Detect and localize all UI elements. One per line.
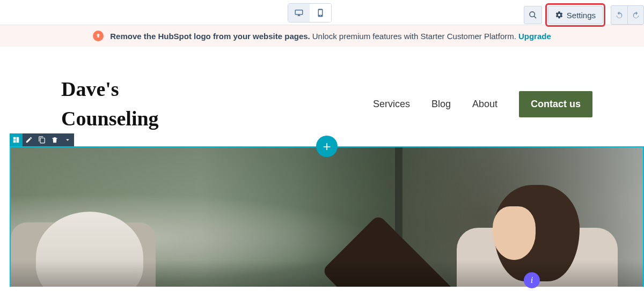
- mobile-icon: [316, 8, 325, 18]
- section-clone-button[interactable]: [35, 133, 48, 146]
- section-edit-button[interactable]: [23, 133, 35, 146]
- mobile-preview-button[interactable]: [310, 4, 331, 22]
- search-icon: [529, 11, 537, 19]
- info-icon: i: [531, 275, 533, 285]
- banner-strong-text: Remove the HubSpot logo from your websit…: [110, 32, 310, 41]
- section-delete-button[interactable]: [48, 133, 61, 146]
- site-title[interactable]: Dave's Counseling: [61, 74, 159, 133]
- nav-contact-button[interactable]: Contact us: [519, 91, 592, 117]
- section-more-button[interactable]: [61, 133, 74, 146]
- pencil-icon: [25, 136, 33, 144]
- hero-bg-window-frame: [395, 147, 402, 287]
- undo-icon: [615, 11, 624, 19]
- search-button[interactable]: [524, 6, 542, 24]
- desktop-preview-button[interactable]: [288, 4, 310, 22]
- site-header: Dave's Counseling Services Blog About Co…: [10, 54, 644, 146]
- gear-icon: [555, 11, 564, 19]
- redo-button[interactable]: [627, 6, 643, 24]
- editor-toolbar: Settings: [0, 0, 644, 25]
- arrow-up-icon: [93, 31, 104, 41]
- nav-blog[interactable]: Blog: [431, 99, 451, 110]
- site-nav: Services Blog About Contact us: [373, 91, 592, 117]
- desktop-icon: [294, 8, 304, 18]
- plus-icon: +: [323, 138, 331, 155]
- upgrade-banner: Remove the HubSpot logo from your websit…: [0, 25, 644, 47]
- site-title-line1: Dave's: [61, 78, 119, 100]
- hero-bg-cushion: [321, 214, 462, 287]
- redo-icon: [632, 11, 640, 19]
- hero-bg-figure-right-face: [493, 206, 536, 260]
- copy-icon: [38, 136, 46, 144]
- undo-button[interactable]: [611, 6, 627, 24]
- section-layout-button[interactable]: [10, 133, 23, 146]
- add-section-button[interactable]: +: [316, 136, 338, 157]
- upgrade-link[interactable]: Upgrade: [518, 32, 551, 41]
- site-title-line2: Counseling: [61, 107, 159, 130]
- nav-about[interactable]: About: [472, 99, 497, 110]
- layout-icon: [12, 136, 20, 144]
- trash-icon: [51, 136, 58, 144]
- undo-redo-group: [611, 5, 644, 25]
- page-preview: Dave's Counseling Services Blog About Co…: [10, 54, 644, 287]
- banner-rest-text: Unlock premium features with Starter Cus…: [312, 32, 516, 41]
- settings-label: Settings: [567, 11, 596, 20]
- settings-button[interactable]: Settings: [548, 6, 603, 24]
- section-edit-toolbar: [10, 133, 74, 146]
- device-preview-switch: [288, 3, 332, 23]
- editor-canvas: Dave's Counseling Services Blog About Co…: [0, 47, 644, 287]
- toolbar-right-cluster: Settings: [524, 3, 644, 27]
- caret-down-icon: [64, 136, 71, 144]
- hero-section[interactable]: [10, 146, 644, 287]
- info-badge[interactable]: i: [524, 272, 540, 288]
- hero-section-wrap: + i: [10, 146, 644, 287]
- nav-services[interactable]: Services: [373, 99, 410, 110]
- settings-highlight-callout: Settings: [545, 3, 605, 27]
